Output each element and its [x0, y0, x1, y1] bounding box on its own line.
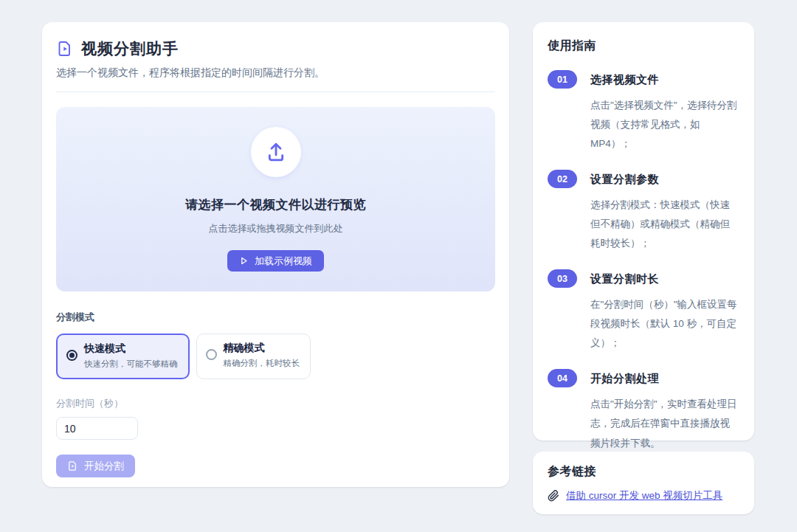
split-mode-label: 分割模式 [56, 311, 495, 324]
step-description: 选择分割模式：快速模式（快速但不精确）或精确模式（精确但耗时较长）； [590, 196, 739, 253]
panel-header: 视频分割助手 [56, 38, 495, 59]
step-title: 设置分割时长 [590, 269, 739, 288]
mode-option-precise[interactable]: 精确模式 精确分割，耗时较长 [196, 334, 311, 379]
upload-dropzone[interactable]: 请选择一个视频文件以进行预览 点击选择或拖拽视频文件到此处 加载示例视频 [56, 107, 495, 291]
guide-step-3: 03 设置分割时长 在"分割时间（秒）"输入框设置每段视频时长（默认 10 秒，… [548, 269, 739, 353]
page-subtitle: 选择一个视频文件，程序将根据指定的时间间隔进行分割。 [56, 66, 495, 80]
video-split-panel: 视频分割助手 选择一个视频文件，程序将根据指定的时间间隔进行分割。 请选择一个视… [42, 22, 509, 487]
paperclip-icon [548, 490, 559, 502]
mode-option-desc: 快速分割，可能不够精确 [84, 359, 178, 370]
step-description: 点击"选择视频文件"，选择待分割视频（支持常见格式，如 MP4）； [590, 96, 739, 153]
upload-hint: 点击选择或拖拽视频文件到此处 [209, 222, 343, 235]
guide-step-1: 01 选择视频文件 点击"选择视频文件"，选择待分割视频（支持常见格式，如 MP… [548, 70, 739, 153]
upload-heading: 请选择一个视频文件以进行预览 [185, 196, 366, 213]
start-split-label: 开始分割 [84, 460, 124, 473]
header-divider [56, 91, 495, 92]
usage-guide-panel: 使用指南 01 选择视频文件 点击"选择视频文件"，选择待分割视频（支持常见格式… [533, 22, 754, 441]
step-title: 设置分割参数 [590, 170, 739, 188]
split-mode-options: 快速模式 快速分割，可能不够精确 精确模式 精确分割，耗时较长 [56, 334, 495, 379]
reference-links-panel: 参考链接 借助 cursor 开发 web 视频切片工具 [533, 452, 754, 514]
start-split-button[interactable]: 开始分割 [56, 455, 135, 477]
upload-icon [264, 140, 288, 164]
radio-unselected-icon[interactable] [206, 349, 217, 360]
mode-option-desc: 精确分割，耗时较长 [224, 358, 300, 369]
play-icon [239, 256, 249, 266]
step-number-badge: 01 [548, 70, 577, 89]
page-title: 视频分割助手 [81, 38, 179, 59]
reference-title: 参考链接 [548, 464, 739, 480]
step-description: 在"分割时间（秒）"输入框设置每段视频时长（默认 10 秒，可自定义）； [590, 295, 739, 353]
radio-selected-icon[interactable] [66, 350, 77, 361]
guide-step-4: 04 开始分割处理 点击"开始分割"，实时查看处理日志，完成后在弹窗中直接播放视… [548, 369, 739, 452]
step-description: 点击"开始分割"，实时查看处理日志，完成后在弹窗中直接播放视频片段并下载。 [590, 395, 739, 452]
step-number-badge: 02 [548, 170, 577, 188]
split-duration-label: 分割时间（秒） [56, 397, 495, 410]
step-number-badge: 03 [548, 269, 577, 288]
video-file-icon [56, 40, 74, 58]
mode-option-title: 快速模式 [84, 342, 178, 356]
step-title: 选择视频文件 [590, 70, 739, 89]
video-file-icon [67, 460, 78, 471]
reference-link-row: 借助 cursor 开发 web 视频切片工具 [548, 489, 739, 502]
split-duration-input[interactable] [56, 417, 138, 440]
upload-icon-circle [251, 127, 301, 177]
step-number-badge: 04 [548, 369, 577, 387]
mode-option-title: 精确模式 [224, 342, 300, 355]
guide-step-2: 02 设置分割参数 选择分割模式：快速模式（快速但不精确）或精确模式（精确但耗时… [548, 170, 739, 253]
guide-title: 使用指南 [548, 38, 739, 54]
load-sample-video-button[interactable]: 加载示例视频 [227, 250, 324, 272]
mode-option-fast[interactable]: 快速模式 快速分割，可能不够精确 [56, 334, 190, 379]
load-sample-video-label: 加载示例视频 [255, 255, 312, 268]
step-title: 开始分割处理 [590, 369, 739, 387]
reference-link[interactable]: 借助 cursor 开发 web 视频切片工具 [566, 489, 722, 502]
